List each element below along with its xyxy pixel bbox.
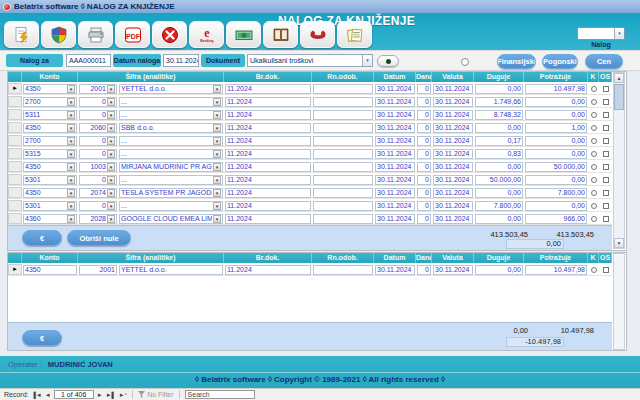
konto-cell[interactable]: 4350▾ — [23, 162, 77, 172]
print-button[interactable] — [78, 21, 113, 48]
konto-cell[interactable]: 4360▾ — [23, 214, 77, 224]
valuta-cell[interactable]: 30.11.2024 — [433, 188, 473, 198]
naziv-cell[interactable]: MIRJANA MUDRINIĆ PR AGENCIJA ZA RAČ▾ — [119, 162, 223, 172]
k-radio[interactable] — [588, 199, 599, 212]
brdok-cell[interactable]: 11.2024 — [225, 110, 311, 120]
k-radio[interactable] — [588, 121, 599, 134]
dropdown-arrow-icon[interactable]: ▾ — [67, 163, 75, 171]
duguje-cell[interactable]: 7.800,00 — [475, 201, 523, 211]
duguje-cell[interactable]: 0,00 — [475, 162, 523, 172]
row-selector[interactable]: ► — [8, 264, 22, 275]
potrazuje-cell[interactable]: 0,00 — [525, 110, 587, 120]
rnodob-cell[interactable] — [313, 162, 373, 172]
os-checkbox[interactable] — [599, 173, 612, 186]
k-radio[interactable] — [588, 82, 599, 95]
dana-cell[interactable]: 0 — [417, 110, 431, 120]
potrazuje-cell[interactable]: 966,00 — [525, 214, 587, 224]
potrazuje-cell[interactable]: 10.497,98 — [525, 265, 587, 275]
dropdown-arrow-icon[interactable]: ▾ — [213, 85, 221, 93]
naziv-cell[interactable]: TESLA SYSTEM PR JAGODINA▾ — [119, 188, 223, 198]
k-radio[interactable] — [588, 173, 599, 186]
security-button[interactable] — [41, 21, 76, 48]
naziv-cell[interactable]: YETTEL d.o.o. — [119, 265, 223, 275]
potrazuje-cell[interactable]: 10.497,98 — [525, 84, 587, 94]
k-radio[interactable] — [588, 160, 599, 173]
dropdown-arrow-icon[interactable]: ▾ — [107, 176, 115, 184]
dropdown-arrow-icon[interactable]: ▾ — [67, 215, 75, 223]
dropdown-arrow-icon[interactable]: ▾ — [107, 111, 115, 119]
dokument-combobox[interactable]: Ukalkulisani troškovi ▾ — [247, 54, 373, 67]
brdok-cell[interactable]: 11.2024 — [225, 123, 311, 133]
scroll-up-icon[interactable]: ▲ — [614, 73, 624, 83]
konto-cell[interactable]: 5301▾ — [23, 201, 77, 211]
next-record-icon[interactable]: ► — [97, 390, 103, 400]
dana-cell[interactable]: 0 — [417, 84, 431, 94]
new-record-icon[interactable]: ►* — [119, 390, 127, 400]
potrazuje-cell[interactable]: 0,00 — [525, 149, 587, 159]
potrazuje-cell[interactable]: 0,00 — [525, 136, 587, 146]
rnodob-cell[interactable] — [313, 188, 373, 198]
dropdown-arrow-icon[interactable]: ▾ — [67, 189, 75, 197]
refresh-button[interactable] — [377, 55, 399, 67]
dropdown-arrow-icon[interactable]: ▾ — [67, 98, 75, 106]
rnodob-cell[interactable] — [313, 201, 373, 211]
dropdown-arrow-icon[interactable]: ▾ — [67, 137, 75, 145]
datum-cell[interactable]: 30.11.2024 — [375, 123, 415, 133]
brdok-cell[interactable]: 11.2024 — [225, 162, 311, 172]
konto-cell[interactable]: 4350▾ — [23, 188, 77, 198]
brdok-cell[interactable]: 11.2024 — [225, 265, 311, 275]
os-checkbox[interactable] — [599, 108, 612, 121]
row-selector[interactable] — [8, 213, 22, 224]
os-checkbox[interactable] — [599, 199, 612, 212]
datum-cell[interactable]: 30.11.2024 — [375, 162, 415, 172]
datum-cell[interactable]: 30.11.2024 — [375, 84, 415, 94]
duguje-cell[interactable]: 0,00 — [475, 84, 523, 94]
konto-cell[interactable]: 2700▾ — [23, 97, 77, 107]
brdok-cell[interactable]: 11.2024 — [225, 201, 311, 211]
row-selector[interactable] — [8, 174, 22, 185]
form-radio-button[interactable] — [461, 58, 469, 66]
dropdown-arrow-icon[interactable]: ▾ — [107, 150, 115, 158]
dana-cell[interactable]: 0 — [417, 214, 431, 224]
duguje-cell[interactable]: 0,00 — [475, 188, 523, 198]
datum-cell[interactable]: 30.11.2024 — [375, 265, 415, 275]
dana-cell[interactable]: 0 — [417, 149, 431, 159]
duguje-cell[interactable]: 0,00 — [475, 123, 523, 133]
dana-cell[interactable]: 0 — [417, 97, 431, 107]
row-selector[interactable] — [8, 148, 22, 159]
valuta-cell[interactable]: 30.11.2024 — [433, 201, 473, 211]
valuta-cell[interactable]: 30.11.2024 — [433, 84, 473, 94]
cash-button[interactable] — [226, 21, 261, 48]
search-input[interactable]: Search — [185, 390, 255, 399]
e-banking-button[interactable]: eBanking — [189, 21, 224, 48]
naziv-cell[interactable]: ...▾ — [119, 136, 223, 146]
invoices-button[interactable] — [337, 21, 372, 48]
naziv-cell[interactable]: ...▾ — [119, 201, 223, 211]
rnodob-cell[interactable] — [313, 123, 373, 133]
phone-button[interactable] — [300, 21, 335, 48]
rnodob-cell[interactable] — [313, 175, 373, 185]
previous-record-icon[interactable]: ◄ — [45, 390, 51, 400]
dropdown-arrow-icon[interactable]: ▾ — [107, 215, 115, 223]
datum-cell[interactable]: 30.11.2024 — [375, 149, 415, 159]
dana-cell[interactable]: 0 — [417, 188, 431, 198]
row-selector[interactable] — [8, 135, 22, 146]
dropdown-arrow-icon[interactable]: ▾ — [67, 202, 75, 210]
sifra-cell[interactable]: 2074▾ — [79, 188, 117, 198]
row-selector[interactable] — [8, 122, 22, 133]
dropdown-arrow-icon[interactable]: ▾ — [67, 176, 75, 184]
row-selector[interactable] — [8, 200, 22, 211]
dropdown-arrow-icon[interactable]: ▾ — [107, 85, 115, 93]
row-selector[interactable] — [8, 96, 22, 107]
valuta-cell[interactable]: 30.11.2024 — [433, 123, 473, 133]
brdok-cell[interactable]: 11.2024 — [225, 97, 311, 107]
no-filter-toggle[interactable]: No Filter — [138, 391, 173, 399]
dropdown-arrow-icon[interactable]: ▾ — [107, 202, 115, 210]
dropdown-arrow-icon[interactable]: ▾ — [213, 98, 221, 106]
valuta-cell[interactable]: 30.11.2024 — [433, 214, 473, 224]
duguje-cell[interactable]: 1.749,66 — [475, 97, 523, 107]
k-radio[interactable] — [588, 263, 599, 276]
sifra-cell[interactable]: 2060▾ — [79, 123, 117, 133]
cen-button[interactable]: Cen — [585, 54, 623, 69]
brdok-cell[interactable]: 11.2024 — [225, 175, 311, 185]
